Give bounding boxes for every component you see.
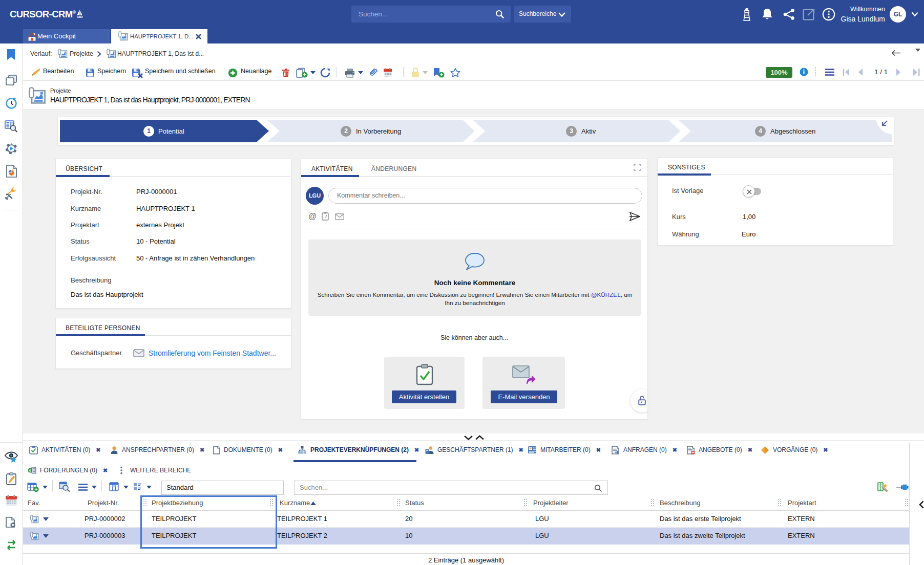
svg-text:€: € — [29, 468, 32, 473]
